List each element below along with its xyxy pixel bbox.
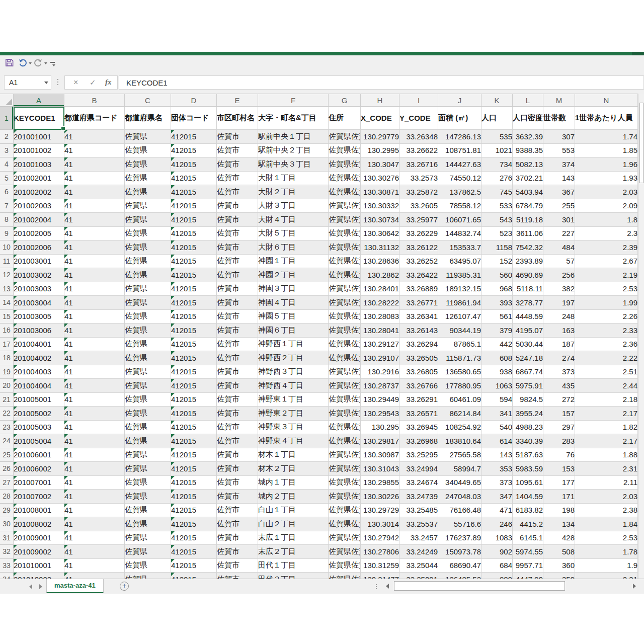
cell[interactable]: 523 xyxy=(481,227,513,241)
cell[interactable]: 佐賀市 xyxy=(217,144,258,158)
cell[interactable]: 33.26622 xyxy=(399,144,438,158)
cell[interactable]: 130.31477 xyxy=(361,573,399,579)
row-header[interactable]: 33 xyxy=(0,559,14,573)
cell[interactable]: 152 xyxy=(481,255,513,269)
cell[interactable]: 1095.61 xyxy=(513,476,543,490)
cell[interactable]: 神野西４丁目 xyxy=(258,379,329,393)
cell[interactable]: 63495.07 xyxy=(438,255,481,269)
cell[interactable]: 41 xyxy=(64,407,125,421)
cell[interactable]: 412015 xyxy=(171,407,217,421)
cell[interactable]: 130.29779 xyxy=(361,130,399,144)
cell[interactable]: 227 xyxy=(543,227,575,241)
cell[interactable]: 412015 xyxy=(171,421,217,435)
cell[interactable]: 412015 xyxy=(171,240,217,255)
cell[interactable]: 佐賀県佐賀 xyxy=(329,213,361,227)
cell[interactable]: 130.28083 xyxy=(361,310,399,324)
cell[interactable]: 412015 xyxy=(171,157,217,172)
cell[interactable]: 163 xyxy=(543,324,575,338)
cell[interactable]: 3611.06 xyxy=(513,227,543,241)
cell[interactable]: 佐賀県 xyxy=(125,255,171,269)
cell[interactable]: 佐賀県佐賀 xyxy=(329,365,361,379)
cell[interactable]: 佐賀県 xyxy=(125,199,171,213)
cell[interactable]: 412015 xyxy=(171,393,217,407)
cell[interactable]: 佐賀県 xyxy=(125,407,171,421)
cell[interactable]: 佐賀県佐賀 xyxy=(329,255,361,269)
cell[interactable]: 佐賀市 xyxy=(217,421,258,435)
cell[interactable]: 33.26143 xyxy=(399,324,438,338)
cell[interactable]: 佐賀県佐賀 xyxy=(329,559,361,573)
row-header[interactable]: 4 xyxy=(0,157,14,172)
cell[interactable]: 130.2862 xyxy=(361,268,399,282)
cell[interactable]: 佐賀市 xyxy=(217,531,258,545)
cell[interactable]: 734 xyxy=(481,157,513,172)
cell[interactable]: 201009001 xyxy=(14,531,64,545)
cell[interactable]: 9824.5 xyxy=(513,393,543,407)
column-header-N[interactable]: N xyxy=(575,94,638,107)
cell[interactable]: 201007001 xyxy=(14,476,64,490)
cell[interactable]: 佐賀県 xyxy=(125,130,171,144)
cell[interactable]: 大財５丁目 xyxy=(258,227,329,241)
cell[interactable]: 201003006 xyxy=(14,324,64,338)
cell[interactable]: 神野西３丁目 xyxy=(258,365,329,379)
row-header[interactable]: 9 xyxy=(0,227,14,241)
cell[interactable]: 佐賀県佐賀 xyxy=(329,573,361,579)
cell[interactable]: 3278.77 xyxy=(513,296,543,310)
cell[interactable]: 佐賀県佐賀 xyxy=(329,434,361,448)
cell[interactable]: 412015 xyxy=(171,559,217,573)
cell[interactable]: 41 xyxy=(64,517,125,531)
cell[interactable]: 177 xyxy=(543,476,575,490)
cell[interactable]: 佐賀県佐賀 xyxy=(329,172,361,186)
cell[interactable]: 889 xyxy=(481,573,513,579)
cell[interactable]: 佐賀県 xyxy=(125,531,171,545)
cell[interactable]: 130.30226 xyxy=(361,490,399,504)
cell[interactable]: 神野東２丁目 xyxy=(258,407,329,421)
cell[interactable]: 130.2916 xyxy=(361,365,399,379)
cell[interactable]: 5118.11 xyxy=(513,282,543,296)
cell[interactable]: 6867.74 xyxy=(513,365,543,379)
cell[interactable]: 41 xyxy=(64,531,125,545)
redo-button[interactable] xyxy=(34,58,47,69)
cell[interactable]: 307 xyxy=(543,130,575,144)
cell[interactable]: 1.99 xyxy=(575,296,638,310)
cell[interactable]: 佐賀市 xyxy=(217,185,258,199)
cell[interactable]: 城内２丁目 xyxy=(258,490,329,504)
cell[interactable]: 9388.35 xyxy=(513,144,543,158)
cell[interactable]: 2.3 xyxy=(575,227,638,241)
cell[interactable]: 佐賀県佐賀 xyxy=(329,296,361,310)
header-cell[interactable]: 住所 xyxy=(329,107,361,130)
cell[interactable]: 41 xyxy=(64,545,125,559)
cell[interactable]: 201004004 xyxy=(14,379,64,393)
cell[interactable]: 33.26766 xyxy=(399,379,438,393)
cell[interactable]: 341 xyxy=(481,407,513,421)
cell[interactable]: 神園１丁目 xyxy=(258,255,329,269)
vertical-scrollbar-thumb[interactable] xyxy=(639,103,643,183)
horizontal-scrollbar[interactable] xyxy=(375,581,638,592)
cell[interactable]: 佐賀市 xyxy=(217,324,258,338)
cell[interactable]: 33.26505 xyxy=(399,351,438,365)
cell[interactable]: 佐賀県佐賀 xyxy=(329,476,361,490)
cell[interactable]: 272 xyxy=(543,393,575,407)
cell[interactable]: 末広２丁目 xyxy=(258,545,329,559)
cell[interactable]: 374 xyxy=(543,157,575,172)
enter-button[interactable]: ✓ xyxy=(90,78,96,87)
header-cell[interactable]: 大字・町名&丁目 xyxy=(258,107,329,130)
cell[interactable]: 201002005 xyxy=(14,227,64,241)
cell[interactable]: 201005001 xyxy=(14,393,64,407)
cell[interactable]: 130.31259 xyxy=(361,559,399,573)
column-header-B[interactable]: B xyxy=(64,94,125,107)
column-header-L[interactable]: L xyxy=(513,94,543,107)
cell[interactable]: 130.29855 xyxy=(361,476,399,490)
cell[interactable]: 4195.07 xyxy=(513,324,543,338)
row-header[interactable]: 24 xyxy=(0,434,14,448)
cell[interactable]: 136580.65 xyxy=(438,365,481,379)
cell[interactable]: 33.25044 xyxy=(399,559,438,573)
cell[interactable]: 6183.82 xyxy=(513,504,543,518)
cell[interactable]: 佐賀県 xyxy=(125,213,171,227)
cell[interactable]: 大財１丁目 xyxy=(258,172,329,186)
cell[interactable]: 201003003 xyxy=(14,282,64,296)
cell[interactable]: 2.51 xyxy=(575,365,638,379)
cell[interactable]: 41 xyxy=(64,282,125,296)
cell[interactable]: 神野西２丁目 xyxy=(258,351,329,365)
cell[interactable]: 201001001 xyxy=(14,130,64,144)
cell[interactable]: 佐賀県 xyxy=(125,421,171,435)
